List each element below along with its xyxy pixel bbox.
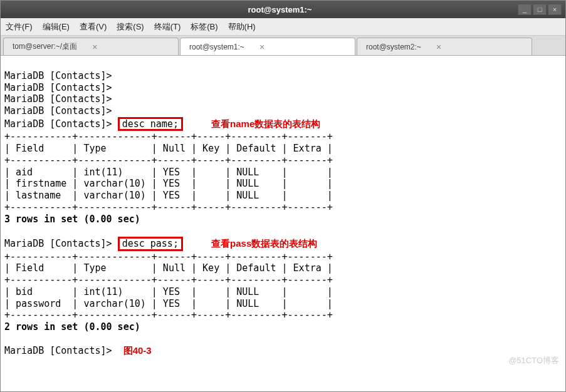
prompt-line: MariaDB [Contacts]> [4, 118, 112, 130]
menu-edit[interactable]: 编辑(E) [43, 21, 70, 33]
close-icon[interactable]: × [259, 42, 265, 52]
prompt-line: MariaDB [Contacts]> [4, 238, 112, 249]
result-summary: 2 rows in set (0.00 sec) [4, 321, 140, 333]
table-border: +-----------+-------------+------+-----+… [4, 131, 333, 142]
table-header: | Field | Type | Null | Key | Default | … [4, 262, 333, 274]
close-button[interactable]: × [548, 4, 562, 15]
tab-bar: tom@server:~/桌面 × root@system1:~ × root@… [1, 36, 565, 56]
window-controls: _ □ × [518, 4, 562, 15]
menu-tabs[interactable]: 标签(B) [191, 21, 217, 33]
menu-bar: 文件(F) 编辑(E) 查看(V) 搜索(S) 终端(T) 标签(B) 帮助(H… [1, 18, 565, 36]
command-highlight-box: desc name; [118, 117, 183, 132]
menu-help[interactable]: 帮助(H) [228, 21, 256, 33]
table-border: +-----------+-------------+------+-----+… [4, 274, 333, 286]
close-icon[interactable]: × [436, 42, 441, 52]
table-row: | aid | int(11) | YES | | NULL | | [4, 167, 333, 178]
table-border: +-----------+-------------+------+-----+… [4, 202, 333, 213]
prompt-line: MariaDB [Contacts]> [4, 70, 112, 81]
result-summary: 3 rows in set (0.00 sec) [4, 214, 140, 225]
prompt-line: MariaDB [Contacts]> [4, 105, 112, 116]
menu-terminal[interactable]: 终端(T) [154, 21, 181, 33]
minimize-button[interactable]: _ [518, 4, 532, 15]
table-border: +-----------+-------------+------+-----+… [4, 309, 333, 321]
table-border: +-----------+-------------+------+-----+… [4, 155, 333, 166]
tab-label: root@system1:~ [189, 43, 244, 51]
prompt-line: MariaDB [Contacts]> [4, 93, 112, 105]
prompt-line: MariaDB [Contacts]> [4, 82, 112, 93]
watermark: @51CTO博客 [508, 356, 559, 366]
command-desc-pass: desc pass; [122, 238, 179, 249]
table-row: | lastname | varchar(10) | YES | | NULL … [4, 190, 333, 201]
window-title: root@system1:~ [42, 5, 518, 14]
tab-label: root@system2:~ [366, 43, 421, 51]
terminal-area[interactable]: MariaDB [Contacts]> MariaDB [Contacts]> … [1, 56, 565, 371]
tab-root-system1[interactable]: root@system1:~ × [180, 38, 355, 55]
menu-file[interactable]: 文件(F) [6, 21, 33, 33]
menu-search[interactable]: 搜索(S) [117, 21, 144, 33]
figure-number: 图40-3 [123, 345, 152, 356]
window-titlebar: root@system1:~ _ □ × [1, 1, 565, 18]
table-row: | bid | int(11) | YES | | NULL | | [4, 286, 333, 297]
table-row: | firstname | varchar(10) | YES | | NULL… [4, 178, 333, 189]
table-row: | password | varchar(10) | YES | | NULL … [4, 298, 333, 309]
menu-view[interactable]: 查看(V) [80, 21, 107, 33]
table-border: +-----------+-------------+------+-----+… [4, 251, 333, 262]
table-header: | Field | Type | Null | Key | Default | … [4, 143, 333, 154]
command-highlight-box: desc pass; [118, 237, 183, 251]
tab-tom-server[interactable]: tom@server:~/桌面 × [3, 38, 179, 55]
prompt-line: MariaDB [Contacts]> [4, 345, 112, 356]
close-icon[interactable]: × [92, 42, 97, 52]
tab-label: tom@server:~/桌面 [13, 41, 77, 52]
maximize-button[interactable]: □ [533, 4, 547, 15]
tab-root-system2[interactable]: root@system2:~ × [357, 38, 532, 55]
command-desc-name: desc name; [122, 118, 179, 130]
annotation-pass: 查看pass数据表的表结构 [211, 238, 317, 249]
annotation-name: 查看name数据表的表结构 [211, 118, 320, 129]
